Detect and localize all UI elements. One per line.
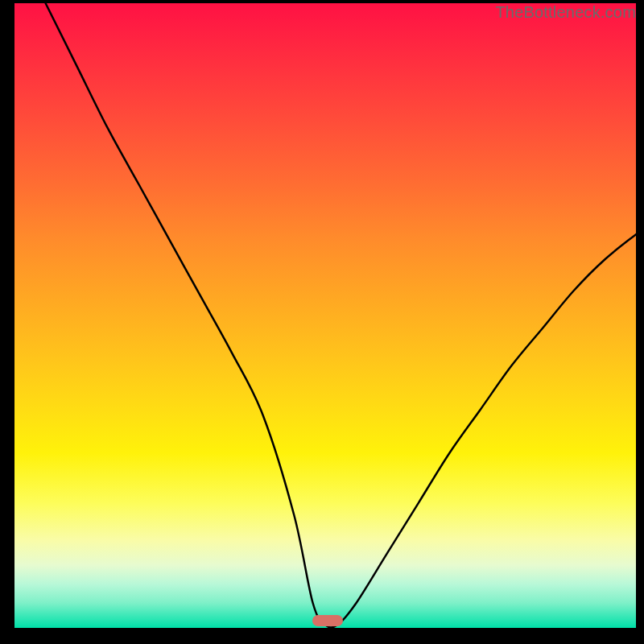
plot-area (14, 3, 636, 628)
bottleneck-curve (14, 3, 636, 628)
optimal-marker (312, 615, 343, 626)
watermark-text: TheBottleneck.com (495, 3, 636, 22)
